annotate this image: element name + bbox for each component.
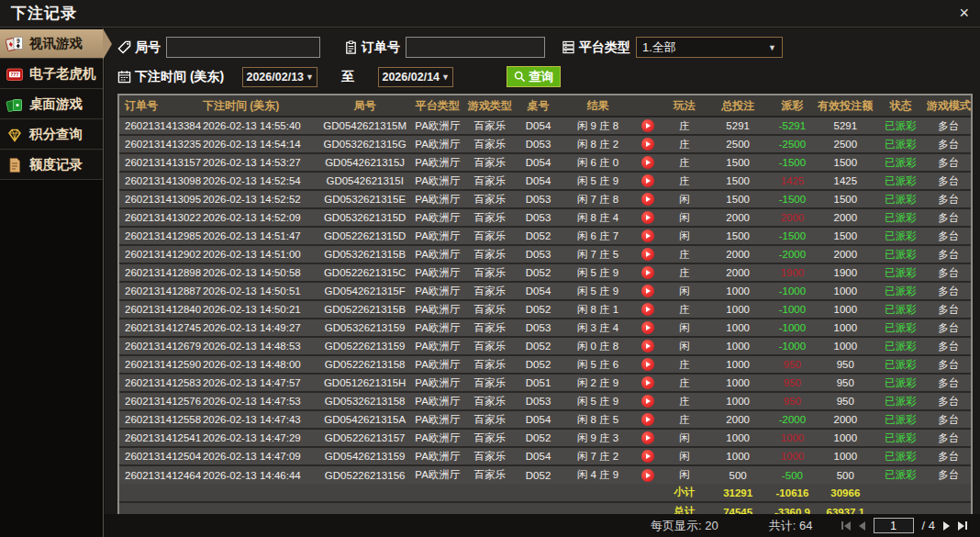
play-video-button[interactable] bbox=[641, 431, 654, 444]
order-no-input[interactable] bbox=[406, 37, 545, 58]
cell-play-method: 庄 bbox=[662, 117, 707, 135]
cell-valid-bet: 1000 bbox=[816, 300, 874, 319]
cell-payout: -2000 bbox=[769, 410, 817, 429]
play-video-button[interactable] bbox=[641, 156, 654, 169]
play-video-button[interactable] bbox=[641, 211, 654, 224]
play-video-button[interactable] bbox=[641, 413, 654, 426]
play-video-button[interactable] bbox=[641, 450, 654, 463]
cell-platform-type: PA欧洲厅 bbox=[411, 355, 464, 374]
header-table-no: 桌号 bbox=[516, 95, 562, 117]
sidebar-item-slots[interactable]: 777 电子老虎机 bbox=[0, 59, 103, 89]
play-video-button[interactable] bbox=[641, 321, 654, 334]
cell-payout: -1000 bbox=[769, 337, 817, 355]
cell-play bbox=[634, 153, 662, 172]
play-icon bbox=[646, 435, 651, 441]
cell-platform-type: PA欧洲厅 bbox=[411, 190, 464, 208]
cell-bet-time: 2026-02-13 14:48:00 bbox=[201, 355, 319, 374]
play-video-button[interactable] bbox=[641, 340, 654, 352]
date-to-picker[interactable]: 2026/02/14 ▼ bbox=[378, 67, 453, 87]
table-row: 260213141290293 2026-02-13 14:51:00 GD05… bbox=[119, 245, 971, 263]
cell-order-no: 260213141290293 bbox=[119, 245, 201, 263]
play-video-button[interactable] bbox=[641, 395, 654, 408]
table-row: 260213141302287 2026-02-13 14:52:09 GD05… bbox=[119, 208, 971, 227]
prev-page-button[interactable] bbox=[859, 521, 865, 531]
platform-type-select[interactable]: 1.全部 ▼ bbox=[636, 37, 783, 58]
play-icon bbox=[646, 473, 651, 478]
play-video-button[interactable] bbox=[641, 119, 654, 132]
cell-bet-time: 2026-02-13 14:53:27 bbox=[201, 153, 319, 172]
play-video-button[interactable] bbox=[641, 285, 654, 297]
header-total-bet: 总投注 bbox=[707, 95, 769, 117]
cell-payout: 1000 bbox=[769, 447, 817, 465]
cell-valid-bet: 2000 bbox=[816, 208, 874, 227]
cell-status: 已派彩 bbox=[874, 355, 926, 374]
table-row: 260213141258330 2026-02-13 14:47:57 GD05… bbox=[119, 374, 971, 392]
cell-game-mode: 多台 bbox=[927, 300, 971, 319]
cell-table-no: D054 bbox=[516, 172, 562, 190]
first-page-button[interactable] bbox=[841, 521, 851, 531]
order-no-icon bbox=[344, 40, 358, 54]
sidebar-item-quota-records[interactable]: 额度记录 bbox=[0, 150, 103, 180]
header-game-type: 游戏类型 bbox=[464, 95, 516, 117]
play-video-button[interactable] bbox=[641, 376, 654, 389]
header-round-no: 局号 bbox=[319, 95, 411, 117]
cell-result: 闲 7 庄 8 bbox=[562, 190, 635, 208]
play-video-button[interactable] bbox=[641, 303, 654, 316]
cell-platform-type: PA欧洲厅 bbox=[411, 153, 464, 172]
table-games-icon bbox=[6, 95, 24, 114]
play-icon bbox=[646, 343, 651, 349]
page-input[interactable] bbox=[874, 518, 914, 533]
cell-table-no: D052 bbox=[516, 465, 562, 484]
sidebar-item-table-games[interactable]: 桌面游戏 bbox=[0, 89, 103, 119]
close-icon[interactable]: × bbox=[959, 4, 969, 22]
cell-table-no: D053 bbox=[516, 208, 562, 227]
cell-valid-bet: 1000 bbox=[816, 429, 874, 447]
play-video-button[interactable] bbox=[641, 193, 654, 206]
sidebar-item-points[interactable]: 积分查询 bbox=[0, 119, 103, 150]
sidebar-item-label: 积分查询 bbox=[29, 126, 83, 143]
cell-payout: 1425 bbox=[769, 172, 817, 190]
cell-game-type: 百家乐 bbox=[464, 300, 516, 319]
cell-status: 已派彩 bbox=[874, 410, 926, 429]
play-video-button[interactable] bbox=[641, 266, 654, 279]
play-video-button[interactable] bbox=[641, 469, 654, 482]
cell-play bbox=[634, 245, 662, 263]
subtotal-payout: -10616 bbox=[769, 484, 817, 502]
sidebar-item-video-games[interactable]: 9 视讯游戏 bbox=[0, 28, 103, 59]
cell-play-method: 庄 bbox=[662, 245, 707, 263]
cell-status: 已派彩 bbox=[874, 190, 926, 208]
cell-payout: -1500 bbox=[769, 227, 817, 245]
round-no-input[interactable] bbox=[166, 37, 320, 58]
play-video-button[interactable] bbox=[641, 174, 654, 187]
cell-table-no: D054 bbox=[516, 117, 562, 135]
cell-total-bet: 1500 bbox=[707, 190, 769, 208]
cell-play-method: 庄 bbox=[662, 172, 707, 190]
cell-platform-type: PA欧洲厅 bbox=[411, 429, 464, 447]
cell-valid-bet: 2000 bbox=[816, 245, 874, 263]
play-video-button[interactable] bbox=[641, 248, 654, 261]
last-page-button[interactable] bbox=[958, 521, 967, 531]
table-row: 260213141246466 2026-02-13 14:46:44 GD05… bbox=[119, 465, 971, 484]
play-video-button[interactable] bbox=[641, 229, 654, 242]
cell-total-bet: 1000 bbox=[707, 392, 769, 410]
cell-total-bet: 2500 bbox=[707, 135, 769, 153]
cell-play-method: 闲 bbox=[662, 337, 707, 355]
next-page-button[interactable] bbox=[943, 521, 950, 531]
cell-table-no: D052 bbox=[516, 263, 562, 282]
play-video-button[interactable] bbox=[641, 358, 654, 371]
cell-game-mode: 多台 bbox=[927, 117, 971, 135]
cell-order-no: 260213141315722 bbox=[119, 153, 201, 172]
table-row: 260213141267994 2026-02-13 14:48:53 GD05… bbox=[119, 337, 971, 355]
cell-platform-type: PA欧洲厅 bbox=[411, 392, 464, 410]
cell-round-no: GD0542621315F bbox=[319, 282, 411, 300]
cell-payout: 950 bbox=[769, 374, 817, 392]
play-video-button[interactable] bbox=[641, 138, 654, 151]
search-button[interactable]: 查询 bbox=[507, 66, 561, 87]
cell-game-type: 百家乐 bbox=[464, 410, 516, 429]
cell-valid-bet: 1000 bbox=[816, 447, 874, 465]
cell-bet-time: 2026-02-13 14:51:00 bbox=[201, 245, 319, 263]
cell-platform-type: PA欧洲厅 bbox=[411, 465, 464, 484]
cell-game-mode: 多台 bbox=[927, 337, 971, 355]
date-from-picker[interactable]: 2026/02/13 ▼ bbox=[242, 67, 317, 87]
header-play bbox=[634, 95, 662, 117]
